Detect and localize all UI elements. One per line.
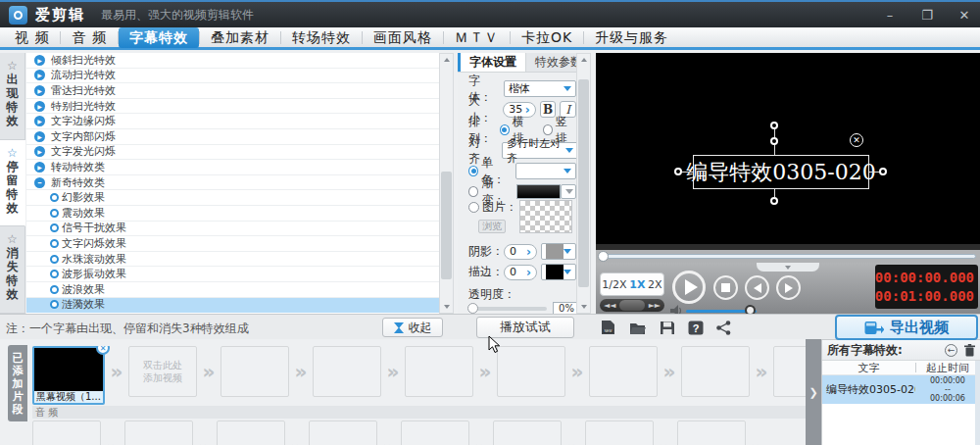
collapse-notch[interactable] (757, 263, 819, 272)
new-project-icon[interactable]: NEW (600, 320, 616, 335)
jog-shuttle[interactable]: ◄◄►► (600, 299, 664, 312)
trash-icon[interactable] (964, 344, 975, 357)
menu-tab[interactable]: 音 频 (61, 27, 117, 48)
collapse-button[interactable]: 收起 (382, 318, 443, 337)
effect-item[interactable]: ▶倾斜扫光特效 (26, 53, 439, 69)
save-icon[interactable] (660, 321, 675, 335)
vertical-radio[interactable] (543, 124, 553, 135)
bottom-handle[interactable] (770, 197, 778, 205)
effect-item[interactable]: ▶文字边缘闪烁 (26, 114, 439, 129)
solid-color-picker[interactable] (515, 163, 576, 179)
effect-item[interactable]: 涟漪效果 (26, 298, 439, 314)
effect-item[interactable]: 震动效果 (26, 206, 439, 222)
settings-scrollbar[interactable] (576, 53, 591, 314)
play-button[interactable] (672, 271, 706, 304)
scroll-up-icon[interactable] (577, 54, 590, 66)
seek-track[interactable] (600, 254, 976, 259)
solid-color-radio[interactable] (468, 166, 478, 176)
remove-subtitle-icon[interactable]: ✕ (850, 133, 863, 147)
empty-audio-slot[interactable] (585, 420, 654, 445)
panel-expander[interactable]: ❯ (806, 339, 821, 445)
empty-clip-slot[interactable] (497, 346, 565, 397)
horizontal-radio[interactable] (500, 124, 510, 135)
top-handle[interactable] (770, 137, 778, 145)
minimize-button[interactable]: – (882, 8, 898, 23)
menu-tab[interactable]: ＭＴＶ (444, 27, 510, 48)
speed-button[interactable]: 1/2X (602, 278, 626, 291)
video-preview[interactable]: 编导特效0305-020 ✕ (596, 53, 980, 250)
shadow-stepper[interactable]: 0 › (504, 244, 537, 260)
close-button[interactable]: ✕ (956, 8, 972, 23)
effect-item[interactable]: 信号干扰效果 (26, 222, 439, 237)
timeline-clip[interactable]: 黑幕视频（1...✕ (32, 346, 105, 405)
scroll-down-icon[interactable] (440, 301, 453, 313)
scrollbar-thumb[interactable] (578, 79, 589, 287)
subtitle-selection-box[interactable]: 编导特效0305-020 (693, 155, 869, 189)
open-folder-icon[interactable] (629, 321, 647, 335)
menu-tab[interactable]: 升级与服务 (584, 27, 679, 48)
effect-item[interactable]: ▶转动特效类 (26, 160, 439, 175)
menu-tab[interactable]: 字幕特效 (119, 27, 199, 48)
empty-audio-slot[interactable] (32, 420, 101, 445)
empty-audio-slot[interactable] (124, 420, 193, 445)
seek-thumb[interactable] (598, 251, 609, 262)
add-video-placeholder[interactable]: 双击此处添加视频 (128, 346, 197, 397)
speed-button[interactable]: 1X (629, 278, 645, 291)
stroke-color-picker[interactable] (541, 264, 576, 280)
rotate-handle[interactable] (770, 122, 778, 129)
empty-clip-slot[interactable] (681, 346, 750, 397)
share-icon[interactable] (716, 321, 731, 335)
stroke-stepper[interactable]: 0 › (504, 265, 537, 280)
stage-tab[interactable]: ☆出现特效 (0, 53, 24, 140)
restore-button[interactable]: ❐ (919, 8, 935, 23)
seek-bar[interactable] (596, 250, 980, 263)
empty-clip-slot[interactable] (773, 346, 806, 397)
effect-item[interactable]: ▶特别扫光特效 (26, 99, 439, 115)
font-select[interactable]: 楷体 (504, 80, 576, 97)
undo-icon[interactable]: ← (945, 344, 957, 357)
help-icon[interactable]: ? (688, 321, 704, 335)
empty-clip-slot[interactable] (405, 346, 473, 397)
browse-button[interactable]: 浏览 (478, 220, 506, 233)
prev-frame-button[interactable] (745, 275, 769, 300)
empty-clip-slot[interactable] (589, 346, 658, 397)
right-handle[interactable] (879, 168, 887, 175)
effects-scrollbar[interactable] (439, 53, 454, 314)
subtitle-overlay-text[interactable]: 编导特效0305-020 (686, 158, 875, 187)
stop-button[interactable] (713, 275, 738, 300)
menu-tab[interactable]: 视 频 (4, 27, 60, 48)
speed-button[interactable]: 2X (648, 278, 662, 291)
scroll-down-icon[interactable] (577, 301, 590, 313)
empty-clip-slot[interactable] (313, 346, 381, 397)
effect-item[interactable]: 水珠滚动效果 (26, 252, 439, 268)
subtitles-scrollbar[interactable] (975, 361, 980, 445)
effect-item[interactable]: 文字闪烁效果 (26, 236, 439, 252)
left-handle[interactable] (674, 168, 682, 175)
scroll-up-icon[interactable] (440, 54, 453, 66)
empty-audio-slot[interactable] (217, 420, 285, 445)
gradient-swatch[interactable] (516, 184, 561, 199)
menu-tab[interactable]: 转场特效 (281, 27, 362, 48)
empty-audio-slot[interactable] (309, 420, 377, 445)
shadow-color-picker[interactable] (541, 243, 576, 260)
bold-button[interactable]: B (540, 101, 557, 118)
added-clips-tab[interactable]: 已添加片段 (8, 345, 27, 421)
opacity-slider[interactable] (468, 307, 547, 311)
effect-item[interactable]: –新奇特效类 (26, 175, 439, 191)
effect-item[interactable]: ▶流动扫光特效 (26, 69, 439, 84)
empty-clip-slot[interactable] (220, 346, 289, 397)
empty-audio-slot[interactable] (401, 420, 469, 445)
menu-tab[interactable]: 画面风格 (363, 27, 443, 48)
empty-audio-slot[interactable] (677, 420, 746, 445)
next-frame-button[interactable] (776, 275, 801, 300)
gradient-radio[interactable] (468, 186, 478, 197)
effect-item[interactable]: ▶雷达扫光特效 (26, 83, 439, 99)
image-texture-preview[interactable] (519, 200, 572, 233)
stage-tab[interactable]: ☆停留特效 (0, 140, 25, 227)
scrollbar-thumb[interactable] (441, 172, 452, 279)
effect-item[interactable]: 波形振动效果 (26, 267, 439, 282)
subtitle-row[interactable]: 编导特效0305-02000:00:00--00:00:06 (822, 375, 980, 404)
effect-item[interactable]: ▶文字发光闪烁 (26, 145, 439, 161)
export-video-button[interactable]: 导出视频 (835, 315, 978, 340)
opacity-slider-thumb[interactable] (467, 303, 478, 314)
